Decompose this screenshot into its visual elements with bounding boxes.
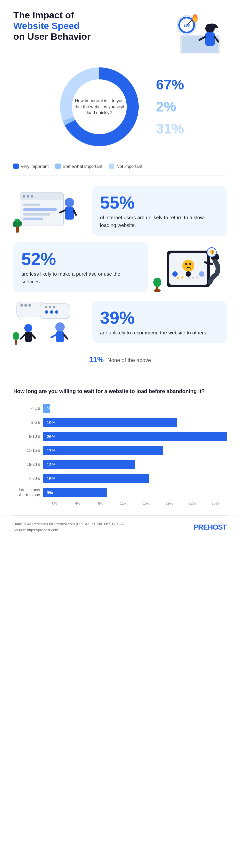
- svg-point-20: [23, 195, 25, 197]
- bar-track: 15%: [43, 474, 227, 483]
- svg-text:★★: ★★: [176, 275, 185, 280]
- bar-row: 11-15 s17%: [13, 445, 227, 456]
- stat-percent-3: 39%: [100, 308, 219, 328]
- legend-label-2: Somewhat important: [63, 164, 102, 169]
- bar-label: 11-15 s: [13, 448, 43, 454]
- header-title: The Impact of Website Speed on User Beha…: [13, 10, 91, 42]
- svg-line-66: [32, 335, 35, 338]
- svg-point-63: [24, 324, 32, 332]
- stats-section: 55% of internet users are unlikely to re…: [0, 176, 240, 381]
- svg-rect-68: [56, 331, 64, 342]
- x-tick: 8%: [89, 501, 112, 505]
- svg-text:👎: 👎: [209, 250, 215, 256]
- bar-label: > 20 s: [13, 476, 43, 482]
- stat-text-1: of internet users are unlikely to return…: [100, 214, 219, 229]
- bar-row: 6-10 s26%: [13, 431, 227, 442]
- svg-point-39: [189, 263, 191, 265]
- svg-point-21: [27, 195, 29, 197]
- svg-point-72: [13, 332, 19, 340]
- footer-source: Data: TGM Research for Prehost.com (U.S.…: [13, 521, 125, 533]
- x-axis: 0%4%8%11%15%19%22%26%: [43, 501, 227, 505]
- svg-rect-23: [23, 204, 40, 206]
- footer: Data: TGM Research for Prehost.com (U.S.…: [0, 516, 240, 538]
- chat-illustration-icon: [13, 299, 80, 345]
- bar-track: 9%: [43, 488, 227, 497]
- donut-legend: Very important Somewhat important Not im…: [0, 160, 240, 176]
- bar-track: 19%: [43, 418, 227, 427]
- bar-value-label: 13%: [45, 462, 55, 467]
- svg-point-54: [24, 304, 27, 307]
- svg-line-69: [52, 335, 56, 337]
- bar-value-label: 9%: [45, 490, 53, 495]
- stat-bubble-3: 39% are unlikely to recommend the websit…: [92, 301, 227, 343]
- bar-row: 1-5 s19%: [13, 417, 227, 428]
- bar-track: 1%: [43, 404, 227, 413]
- bar-label: < 1 s: [13, 406, 43, 411]
- none-above-percent: 11%: [89, 355, 104, 364]
- svg-point-58: [49, 306, 52, 308]
- svg-point-59: [53, 306, 55, 308]
- speed-illustration-icon: 256: [160, 10, 227, 53]
- svg-point-34: [17, 221, 22, 226]
- donut-chart: How important is it to you that the webs…: [56, 63, 143, 150]
- bar-label: 6-10 s: [13, 434, 43, 439]
- x-tick: 4%: [66, 501, 89, 505]
- svg-rect-64: [25, 332, 32, 342]
- svg-point-67: [55, 322, 65, 332]
- donut-section: How important is it to you that the webs…: [0, 60, 240, 160]
- svg-rect-28: [65, 207, 74, 220]
- stat-row-2: ★★ ★★★ 👎 52% are less likely: [13, 242, 227, 292]
- stat-illustration-2: ★★ ★★★ 👎: [153, 244, 227, 291]
- stat-bubble-1: 55% of internet users are unlikely to re…: [92, 186, 227, 236]
- donut-pct-1: 67%: [156, 77, 184, 93]
- stat-row-1: 55% of internet users are unlikely to re…: [13, 186, 227, 236]
- svg-rect-26: [23, 218, 43, 220]
- title-line1: The Impact of: [13, 10, 91, 21]
- title-line2: Website Speed: [13, 21, 91, 31]
- bar-value-label: 17%: [45, 448, 55, 453]
- legend-box-1: [13, 163, 19, 169]
- none-above-row: 11% None of the above: [13, 352, 227, 371]
- bar-track: 26%: [43, 432, 227, 441]
- legend-item-3: Not important: [109, 163, 142, 169]
- title-line3: on User Behavior: [13, 31, 91, 42]
- bar-row: > 20 s15%: [13, 473, 227, 484]
- svg-rect-19: [20, 192, 63, 200]
- svg-line-65: [21, 335, 25, 339]
- svg-point-38: [185, 263, 187, 265]
- svg-point-55: [28, 304, 31, 307]
- bar-fill: 9%: [43, 488, 107, 497]
- bar-row: I don't know/hard to say9%: [13, 487, 227, 498]
- bar-value-label: 1%: [45, 406, 53, 411]
- svg-point-37: [182, 260, 194, 272]
- svg-rect-25: [23, 213, 50, 216]
- bar-fill: 19%: [43, 418, 177, 427]
- donut-pct-3: 31%: [156, 121, 184, 137]
- x-tick: 0%: [43, 501, 66, 505]
- svg-point-9: [193, 17, 197, 22]
- svg-point-57: [45, 306, 47, 308]
- svg-point-42: [172, 271, 178, 277]
- donut-center-label: How important is it to you that the webs…: [74, 98, 124, 116]
- legend-label-1: Very important: [21, 164, 49, 169]
- logo-pre: PRE: [194, 523, 208, 531]
- svg-point-53: [20, 304, 23, 307]
- svg-rect-56: [40, 304, 70, 319]
- bar-value-label: 26%: [45, 434, 55, 439]
- bar-chart-title: How long are you willing to wait for a w…: [13, 388, 227, 395]
- stat-text-3: are unlikely to recommend the website to…: [100, 329, 219, 337]
- bar-label: I don't know/hard to say: [13, 488, 43, 498]
- stat-row-3: 39% are unlikely to recommend the websit…: [13, 299, 227, 345]
- svg-point-27: [65, 198, 74, 207]
- none-above-label: None of the above: [107, 358, 151, 363]
- footer-logo: PREHOST: [194, 523, 227, 532]
- stat-bubble-2: 52% are less likely to make a purchase o…: [13, 242, 148, 292]
- stat-illustration-3: [13, 299, 87, 345]
- bar-fill: 1%: [43, 404, 50, 413]
- stat-percent-2: 52%: [21, 249, 140, 269]
- x-tick: 26%: [204, 501, 227, 505]
- legend-label-3: Not important: [116, 164, 142, 169]
- bar-value-label: 15%: [45, 476, 55, 481]
- bar-fill: 13%: [43, 460, 135, 469]
- stat-illustration-1: [13, 188, 87, 234]
